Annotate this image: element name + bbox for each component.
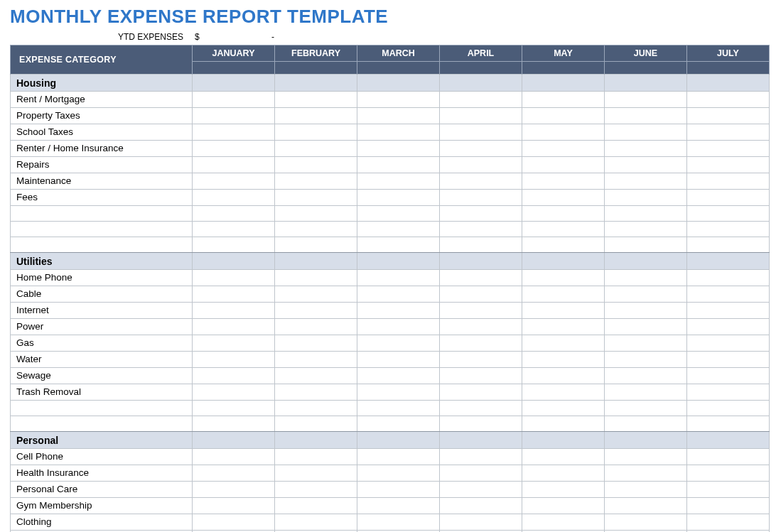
group-header-cell[interactable] [275,432,357,449]
expense-cell[interactable] [357,108,440,124]
expense-cell[interactable] [440,108,522,124]
expense-cell[interactable] [605,173,687,190]
expense-cell[interactable] [193,222,275,237]
expense-cell[interactable] [687,368,770,384]
expense-cell[interactable] [605,449,687,465]
expense-cell[interactable] [605,352,687,368]
group-header-cell[interactable] [687,432,770,449]
expense-cell[interactable] [440,157,522,173]
group-header-cell[interactable] [522,75,605,92]
group-header-cell[interactable] [275,253,357,270]
expense-cell[interactable] [605,286,687,303]
group-header-cell[interactable] [605,75,687,92]
expense-cell[interactable] [522,157,605,173]
expense-cell[interactable] [357,206,440,222]
expense-cell[interactable] [275,498,357,514]
expense-cell[interactable] [275,368,357,384]
expense-cell[interactable] [275,141,357,157]
expense-cell[interactable] [357,335,440,352]
expense-cell[interactable] [522,401,605,416]
expense-cell[interactable] [357,401,440,416]
expense-cell[interactable] [687,514,770,531]
expense-cell[interactable] [357,237,440,253]
expense-cell[interactable] [275,173,357,190]
group-header-cell[interactable] [605,432,687,449]
expense-cell[interactable] [687,92,770,108]
expense-cell[interactable] [522,270,605,286]
expense-cell[interactable] [193,92,275,108]
expense-cell[interactable] [687,465,770,482]
expense-cell[interactable] [193,482,275,498]
expense-cell[interactable] [522,514,605,531]
expense-cell[interactable] [605,319,687,335]
expense-cell[interactable] [440,384,522,401]
expense-cell[interactable] [522,335,605,352]
expense-cell[interactable] [522,384,605,401]
expense-cell[interactable] [357,303,440,319]
expense-cell[interactable] [605,237,687,253]
expense-cell[interactable] [440,352,522,368]
expense-cell[interactable] [522,498,605,514]
expense-cell[interactable] [605,514,687,531]
expense-cell[interactable] [193,108,275,124]
expense-cell[interactable] [522,237,605,253]
expense-cell[interactable] [605,222,687,237]
expense-cell[interactable] [357,157,440,173]
expense-cell[interactable] [687,384,770,401]
expense-cell[interactable] [440,303,522,319]
expense-cell[interactable] [275,514,357,531]
group-header-cell[interactable] [193,253,275,270]
expense-cell[interactable] [357,465,440,482]
expense-cell[interactable] [687,416,770,432]
expense-cell[interactable] [357,384,440,401]
group-header-cell[interactable] [522,253,605,270]
expense-cell[interactable] [605,482,687,498]
expense-cell[interactable] [687,173,770,190]
expense-cell[interactable] [357,449,440,465]
expense-cell[interactable] [275,384,357,401]
expense-cell[interactable] [275,237,357,253]
group-header-cell[interactable] [357,432,440,449]
group-header-cell[interactable] [193,75,275,92]
expense-cell[interactable] [357,368,440,384]
expense-cell[interactable] [275,190,357,206]
expense-cell[interactable] [440,514,522,531]
expense-cell[interactable] [605,124,687,141]
expense-cell[interactable] [687,124,770,141]
expense-cell[interactable] [522,108,605,124]
expense-cell[interactable] [605,157,687,173]
expense-cell[interactable] [440,237,522,253]
expense-cell[interactable] [357,173,440,190]
expense-cell[interactable] [275,286,357,303]
expense-cell[interactable] [440,286,522,303]
expense-cell[interactable] [605,270,687,286]
expense-cell[interactable] [687,352,770,368]
expense-cell[interactable] [440,92,522,108]
expense-cell[interactable] [605,384,687,401]
expense-cell[interactable] [193,270,275,286]
expense-cell[interactable] [193,449,275,465]
expense-cell[interactable] [687,141,770,157]
expense-cell[interactable] [440,482,522,498]
expense-cell[interactable] [605,401,687,416]
expense-cell[interactable] [687,206,770,222]
expense-cell[interactable] [522,92,605,108]
expense-cell[interactable] [193,124,275,141]
expense-cell[interactable] [357,141,440,157]
expense-cell[interactable] [440,335,522,352]
expense-cell[interactable] [522,190,605,206]
expense-cell[interactable] [357,482,440,498]
expense-cell[interactable] [440,449,522,465]
expense-cell[interactable] [522,352,605,368]
expense-cell[interactable] [275,401,357,416]
expense-cell[interactable] [522,303,605,319]
expense-cell[interactable] [687,482,770,498]
expense-cell[interactable] [193,173,275,190]
expense-cell[interactable] [357,92,440,108]
group-header-cell[interactable] [440,253,522,270]
expense-cell[interactable] [275,222,357,237]
expense-cell[interactable] [275,416,357,432]
expense-cell[interactable] [440,319,522,335]
expense-cell[interactable] [193,416,275,432]
expense-cell[interactable] [193,319,275,335]
